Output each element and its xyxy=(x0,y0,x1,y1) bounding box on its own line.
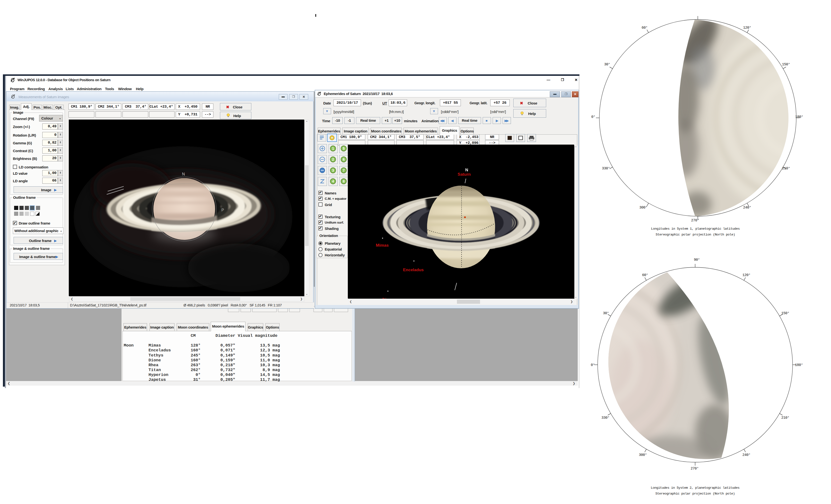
svg-text:180°: 180° xyxy=(795,363,803,367)
svg-text:150°: 150° xyxy=(782,62,790,66)
svg-text:3: 3 xyxy=(332,169,334,172)
svg-text:90°: 90° xyxy=(694,258,700,262)
svg-text:Stereographic polar projection: Stereographic polar projection (North po… xyxy=(656,492,735,496)
svg-text:0°: 0° xyxy=(591,363,595,367)
svg-text:5: 5 xyxy=(343,147,345,150)
svg-text:Mimas: Mimas xyxy=(376,243,389,248)
svg-text:240°: 240° xyxy=(743,206,751,209)
svg-text:120°: 120° xyxy=(743,26,751,30)
svg-text:7: 7 xyxy=(343,169,345,172)
svg-text:330°: 330° xyxy=(602,416,609,420)
svg-text:P: P xyxy=(222,208,224,212)
svg-text:Longitudes in System 2, planet: Longitudes in System 2, planetographic l… xyxy=(651,486,740,490)
svg-text:0°: 0° xyxy=(591,115,595,119)
svg-text:210°: 210° xyxy=(782,167,790,170)
svg-text:150°: 150° xyxy=(781,311,790,315)
svg-text:Longitudes in System 1, planet: Longitudes in System 1, planetographic l… xyxy=(651,227,740,231)
svg-text:Enceladus: Enceladus xyxy=(403,268,424,272)
svg-text:210°: 210° xyxy=(781,416,790,420)
svg-text:N: N xyxy=(182,172,185,176)
svg-text:300°: 300° xyxy=(639,206,648,209)
svg-text:N: N xyxy=(465,168,468,172)
svg-text:4: 4 xyxy=(332,179,334,183)
svg-text:Stereographic polar projection: Stereographic polar projection (North po… xyxy=(656,233,735,236)
svg-text:120°: 120° xyxy=(743,273,750,277)
svg-text:270°: 270° xyxy=(691,467,699,471)
svg-text:30°: 30° xyxy=(603,311,609,315)
svg-text:2: 2 xyxy=(332,157,334,161)
svg-text:Saturn: Saturn xyxy=(458,172,471,177)
svg-text:30°: 30° xyxy=(604,62,610,66)
svg-text:60°: 60° xyxy=(642,26,648,30)
svg-text:270°: 270° xyxy=(691,218,699,223)
svg-text:60°: 60° xyxy=(642,273,648,277)
svg-text:330°: 330° xyxy=(602,167,610,170)
svg-text:180°: 180° xyxy=(795,115,803,119)
svg-text:6: 6 xyxy=(343,157,345,161)
svg-text:Dione: Dione xyxy=(382,297,394,298)
svg-text:8: 8 xyxy=(343,179,345,183)
svg-text:1: 1 xyxy=(332,147,334,150)
svg-text:240°: 240° xyxy=(743,453,750,457)
svg-text:300°: 300° xyxy=(639,453,647,457)
